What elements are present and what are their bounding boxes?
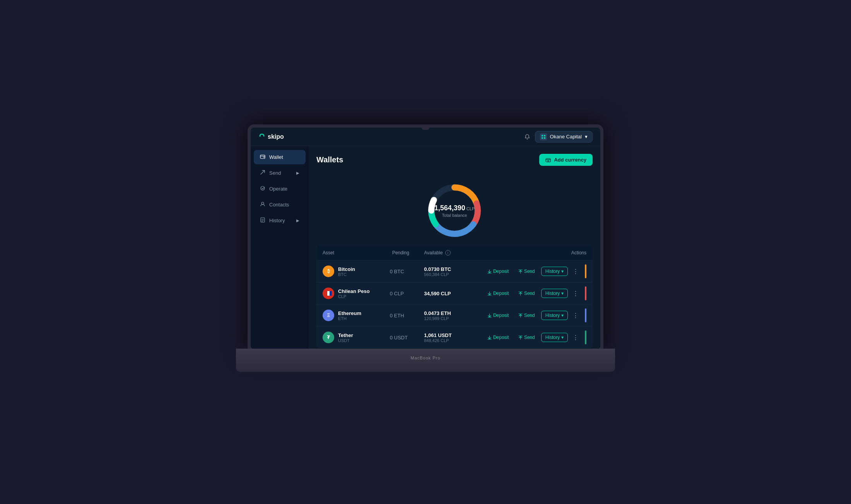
laptop-notch bbox=[422, 124, 429, 130]
available-info-icon: i bbox=[445, 250, 451, 255]
more-button-BTC[interactable]: ⋮ bbox=[571, 266, 580, 277]
row-indicator bbox=[585, 264, 586, 278]
account-icon bbox=[540, 133, 547, 140]
svg-point-8 bbox=[261, 202, 264, 204]
main-content: Wallets Add currency bbox=[309, 146, 600, 349]
history-dropdown-icon: ▾ bbox=[561, 269, 564, 274]
send-icon bbox=[260, 170, 265, 176]
deposit-button-BTC[interactable]: Deposit bbox=[484, 267, 512, 276]
logo-area: skipo bbox=[258, 133, 284, 141]
screen-bezel: skipo bbox=[248, 124, 603, 352]
col-actions: Actions bbox=[463, 245, 593, 261]
history-label: History bbox=[269, 218, 285, 223]
account-name: Okane Capital bbox=[550, 134, 582, 140]
deposit-button-ETH[interactable]: Deposit bbox=[484, 311, 512, 320]
col-asset: Asset bbox=[316, 245, 384, 261]
svg-rect-19 bbox=[330, 291, 332, 296]
asset-cell-BTC: ₿ Bitcoin BTC bbox=[316, 261, 384, 283]
svg-rect-5 bbox=[260, 155, 265, 158]
donut-label: Total balance bbox=[434, 213, 475, 218]
svg-rect-6 bbox=[263, 157, 265, 158]
operate-icon bbox=[260, 186, 265, 192]
history-dropdown-icon: ▾ bbox=[561, 335, 564, 340]
send-button-CLP[interactable]: Send bbox=[515, 289, 538, 298]
asset-ticker: BTC bbox=[338, 272, 355, 277]
sidebar-item-contacts[interactable]: Contacts bbox=[254, 198, 306, 212]
asset-name: Tether bbox=[338, 332, 353, 338]
svg-rect-3 bbox=[542, 137, 543, 139]
asset-icon-eth: Ξ bbox=[323, 310, 334, 321]
asset-ticker: USDT bbox=[338, 338, 353, 343]
actions-cell-CLP: Deposit Send History ▾ ⋮ bbox=[463, 283, 593, 305]
logo-icon bbox=[258, 133, 265, 141]
svg-rect-2 bbox=[544, 135, 545, 136]
history-button-USDT[interactable]: History ▾ bbox=[541, 333, 568, 342]
sidebar-item-wallet[interactable]: Wallet bbox=[254, 150, 306, 164]
table-row: Ξ Ethereum ETH 0 ETH 0.0473 ETH 120,989 … bbox=[316, 305, 593, 327]
svg-rect-17 bbox=[325, 291, 327, 296]
history-button-CLP[interactable]: History ▾ bbox=[541, 289, 568, 298]
history-button-BTC[interactable]: History ▾ bbox=[541, 267, 568, 276]
actions-cell-USDT: Deposit Send History ▾ ⋮ bbox=[463, 327, 593, 349]
asset-name: Chilean Peso bbox=[338, 288, 370, 294]
account-dropdown-icon: ▾ bbox=[585, 134, 588, 140]
laptop-wrapper: skipo bbox=[236, 124, 615, 380]
asset-icon-usdt: ₮ bbox=[323, 332, 334, 343]
send-button-USDT[interactable]: Send bbox=[515, 333, 538, 342]
contacts-label: Contacts bbox=[269, 202, 289, 208]
asset-cell-CLP: Chilean Peso CLP bbox=[316, 283, 384, 305]
laptop-screen: skipo bbox=[251, 128, 600, 349]
sidebar-item-send[interactable]: Send ▶ bbox=[254, 166, 306, 180]
deposit-button-CLP[interactable]: Deposit bbox=[484, 289, 512, 298]
asset-icon-btc: ₿ bbox=[323, 266, 334, 277]
asset-name: Ethereum bbox=[338, 310, 361, 316]
asset-ticker: CLP bbox=[338, 294, 370, 299]
row-indicator bbox=[585, 308, 586, 322]
asset-name: Bitcoin bbox=[338, 266, 355, 272]
more-button-ETH[interactable]: ⋮ bbox=[571, 310, 580, 321]
col-available: Available i bbox=[418, 245, 463, 261]
available-cell: 0.0730 BTC 560,384 CLP bbox=[418, 261, 463, 283]
table-header: Asset Pending Available i Actions bbox=[316, 245, 593, 261]
asset-icon-clp bbox=[323, 288, 334, 299]
svg-rect-4 bbox=[544, 137, 545, 139]
wallet-label: Wallet bbox=[269, 154, 283, 160]
pending-cell: 0 BTC bbox=[384, 261, 418, 283]
top-bar: skipo bbox=[251, 128, 600, 146]
available-cell: 1,061 USDT 848,426 CLP bbox=[418, 327, 463, 349]
main-layout: Wallet Send ▶ bbox=[251, 146, 600, 349]
chart-section: 1,564,390 CLP Total balance bbox=[316, 172, 593, 245]
send-button-ETH[interactable]: Send bbox=[515, 311, 538, 320]
table-row: ₿ Bitcoin BTC 0 BTC 0.0730 BTC 560,384 C… bbox=[316, 261, 593, 283]
deposit-button-USDT[interactable]: Deposit bbox=[484, 333, 512, 342]
sidebar-item-operate[interactable]: Operate bbox=[254, 182, 306, 196]
history-dropdown-icon: ▾ bbox=[561, 291, 564, 296]
wallet-table: Asset Pending Available i Actions bbox=[316, 245, 593, 348]
more-button-CLP[interactable]: ⋮ bbox=[571, 288, 580, 299]
sidebar-item-history[interactable]: History ▶ bbox=[254, 213, 306, 228]
app-container: skipo bbox=[251, 128, 600, 349]
row-indicator bbox=[585, 286, 586, 300]
account-button[interactable]: Okane Capital ▾ bbox=[535, 131, 593, 143]
history-icon bbox=[260, 217, 265, 224]
history-button-ETH[interactable]: History ▾ bbox=[541, 311, 568, 320]
table-row: Chilean Peso CLP 0 CLP 34,590 CLP Deposi… bbox=[316, 283, 593, 305]
svg-rect-18 bbox=[327, 291, 330, 296]
available-cell: 34,590 CLP bbox=[418, 283, 463, 305]
svg-rect-1 bbox=[542, 135, 543, 136]
history-arrow-icon: ▶ bbox=[296, 218, 299, 223]
send-arrow-icon: ▶ bbox=[296, 171, 299, 175]
sidebar: Wallet Send ▶ bbox=[251, 146, 309, 349]
actions-cell-ETH: Deposit Send History ▾ ⋮ bbox=[463, 305, 593, 327]
pending-cell: 0 ETH bbox=[384, 305, 418, 327]
notification-button[interactable] bbox=[524, 134, 530, 140]
donut-center: 1,564,390 CLP Total balance bbox=[434, 204, 475, 218]
page-title: Wallets bbox=[316, 155, 343, 164]
add-currency-button[interactable]: Add currency bbox=[539, 154, 593, 166]
actions-cell-BTC: Deposit Send History ▾ ⋮ bbox=[463, 261, 593, 283]
send-button-BTC[interactable]: Send bbox=[515, 267, 538, 276]
asset-cell-ETH: Ξ Ethereum ETH bbox=[316, 305, 384, 327]
pending-cell: 0 USDT bbox=[384, 327, 418, 349]
more-button-USDT[interactable]: ⋮ bbox=[571, 332, 580, 343]
wallet-icon bbox=[260, 154, 265, 160]
